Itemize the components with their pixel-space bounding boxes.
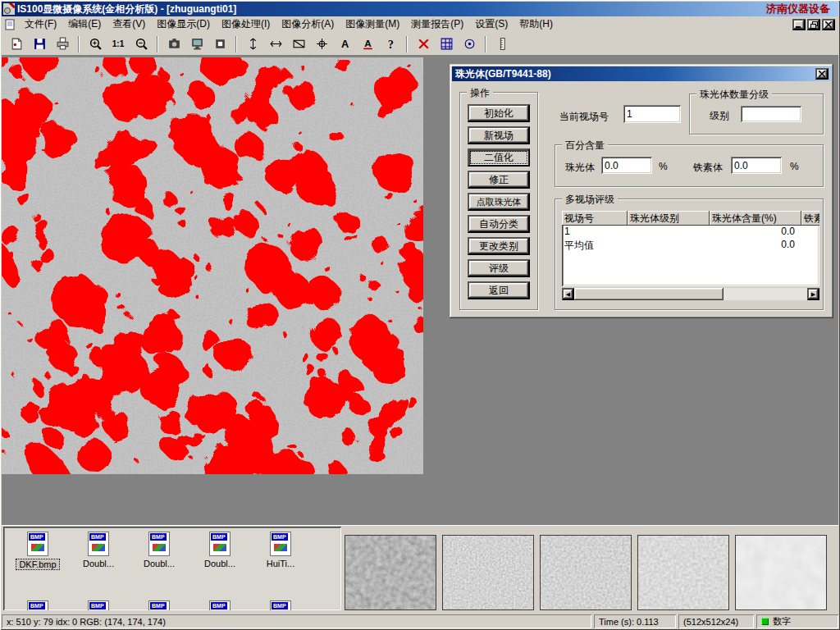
scroll-right-icon[interactable]: ▶ bbox=[807, 288, 819, 300]
grid-icon[interactable] bbox=[436, 34, 457, 54]
menu-settings[interactable]: 设置(S) bbox=[469, 16, 514, 34]
cursor-position-status: x: 510 y: 79 idx: 0 RGB: (174, 174, 174) bbox=[2, 614, 591, 628]
text-underline-icon[interactable]: A bbox=[357, 34, 378, 54]
print-icon[interactable] bbox=[52, 34, 73, 54]
file-item[interactable]: BMP HuiTi... bbox=[251, 532, 310, 568]
menu-image-analysis[interactable]: 图像分析(A) bbox=[276, 16, 340, 34]
col-field-number[interactable]: 视场号 bbox=[562, 211, 628, 226]
help-icon[interactable]: ? bbox=[380, 34, 401, 54]
time-status: Time (s): 0.113 bbox=[594, 614, 676, 628]
capture-icon[interactable] bbox=[209, 34, 231, 54]
col-pearlite-grade[interactable]: 珠光体级别 bbox=[628, 211, 710, 226]
dialog-title-bar[interactable]: 珠光体(GB/T9441-88) bbox=[452, 66, 831, 81]
ferrite-percent-sign: % bbox=[790, 161, 799, 172]
monitor-icon[interactable] bbox=[186, 34, 208, 54]
file-label: Doubl... bbox=[80, 559, 116, 568]
menu-file[interactable]: 文件(F) bbox=[19, 16, 62, 34]
caliper-vertical-icon[interactable] bbox=[242, 34, 263, 54]
init-button[interactable]: 初始化 bbox=[468, 104, 530, 122]
new-field-button[interactable]: 新视场 bbox=[468, 126, 530, 144]
file-item[interactable]: BMP bbox=[8, 600, 67, 610]
table-row[interactable]: 1 0.0 bbox=[562, 226, 819, 239]
file-label: DKF.bmp bbox=[16, 559, 59, 570]
percent-group: 百分含量 珠光体 % 铁素体 % bbox=[555, 144, 824, 187]
menu-report[interactable]: 测量报告(P) bbox=[405, 16, 469, 34]
binarize-button[interactable]: 二值化 bbox=[468, 148, 530, 167]
cut-icon[interactable] bbox=[413, 34, 434, 54]
file-item[interactable]: BMP bbox=[69, 600, 128, 610]
bmp-file-icon: BMP bbox=[88, 532, 109, 556]
toolbar-separator bbox=[157, 36, 158, 52]
caliper-horizontal-icon[interactable] bbox=[265, 34, 286, 54]
document-icon[interactable] bbox=[4, 19, 16, 30]
zoom-in-icon[interactable] bbox=[84, 34, 106, 54]
menu-image-display[interactable]: 图像显示(D) bbox=[151, 16, 216, 34]
mdi-restore-button[interactable] bbox=[807, 19, 820, 30]
crosshair-icon[interactable] bbox=[311, 34, 332, 54]
title-bar: IS100显微摄像系统(金相分析版) - [zhuguangti01] 济南仪器… bbox=[2, 2, 838, 16]
thumbnail-image[interactable] bbox=[442, 535, 534, 610]
workspace: 珠光体(GB/T9441-88) 操作 初始化 新视场 二值化 修正 点取珠光体… bbox=[2, 56, 838, 525]
mdi-close-button[interactable] bbox=[822, 19, 835, 30]
scrollbar-track[interactable] bbox=[724, 288, 807, 300]
menu-image-process[interactable]: 图像处理(I) bbox=[216, 16, 276, 34]
table-row[interactable]: 平均值 0.0 bbox=[562, 239, 819, 252]
bmp-file-icon: BMP bbox=[88, 600, 109, 610]
file-item[interactable]: BMP Doubl... bbox=[130, 532, 189, 568]
bmp-file-icon: BMP bbox=[270, 532, 291, 556]
mdi-minimize-button[interactable] bbox=[792, 19, 806, 30]
file-item[interactable]: BMP Doubl... bbox=[190, 532, 249, 568]
save-icon[interactable] bbox=[29, 34, 50, 54]
micrograph-image[interactable] bbox=[2, 57, 423, 474]
svg-text:A: A bbox=[340, 38, 348, 50]
cell-pearlite-content: 0.0 bbox=[710, 226, 801, 239]
menu-help[interactable]: 帮助(H) bbox=[514, 16, 559, 34]
menu-image-measure[interactable]: 图像测量(M) bbox=[340, 16, 405, 34]
thumbnail-image[interactable] bbox=[637, 535, 729, 610]
thumbnail-image[interactable] bbox=[735, 535, 827, 610]
cell-field-number: 1 bbox=[562, 226, 628, 239]
menu-view[interactable]: 查看(V) bbox=[107, 16, 151, 34]
thumbnail-image[interactable] bbox=[345, 535, 436, 610]
thumbnail-image[interactable] bbox=[540, 535, 632, 610]
vendor-watermark: 济南仪器设备 bbox=[766, 2, 838, 16]
file-item[interactable]: BMP DKF.bmp bbox=[8, 532, 67, 570]
open-icon[interactable] bbox=[6, 34, 27, 54]
text-icon[interactable]: A bbox=[334, 34, 355, 54]
file-item[interactable]: BMP Doubl... bbox=[69, 532, 128, 568]
toolbar-separator bbox=[78, 36, 80, 52]
application-window: IS100显微摄像系统(金相分析版) - [zhuguangti01] 济南仪器… bbox=[0, 0, 840, 630]
bmp-file-icon: BMP bbox=[270, 600, 291, 610]
pearlite-percent-input[interactable] bbox=[601, 157, 652, 174]
pearlite-label: 珠光体 bbox=[565, 161, 595, 175]
auto-classify-button[interactable]: 自动分类 bbox=[468, 215, 530, 233]
file-item[interactable]: BMP bbox=[130, 600, 189, 610]
camera-icon[interactable] bbox=[163, 34, 185, 54]
col-ferrite-content[interactable]: 铁素体含量(%) bbox=[801, 211, 819, 226]
scroll-left-icon[interactable]: ◀ bbox=[562, 288, 574, 300]
return-button[interactable]: 返回 bbox=[468, 281, 530, 299]
measure-rect-icon[interactable] bbox=[288, 34, 309, 54]
change-class-button[interactable]: 更改类别 bbox=[468, 237, 530, 255]
rate-button[interactable]: 评级 bbox=[468, 259, 530, 277]
target-icon[interactable] bbox=[459, 34, 480, 54]
cell-pearlite-grade bbox=[628, 226, 710, 239]
bmp-file-icon: BMP bbox=[209, 600, 231, 610]
scrollbar-thumb[interactable] bbox=[574, 288, 724, 300]
dialog-close-button[interactable] bbox=[815, 68, 829, 80]
grade-input[interactable] bbox=[741, 106, 801, 122]
menu-edit[interactable]: 编辑(E) bbox=[62, 16, 107, 34]
current-field-input[interactable] bbox=[623, 105, 681, 123]
cell-pearlite-content: 0.0 bbox=[710, 239, 801, 252]
file-item[interactable]: BMP bbox=[190, 600, 249, 610]
ruler-icon[interactable] bbox=[491, 34, 513, 54]
ferrite-percent-input[interactable] bbox=[731, 157, 782, 174]
file-list: BMP DKF.bmp BMP Doubl... BMP Doubl... BM… bbox=[3, 527, 341, 610]
actual-size-icon[interactable]: 1:1 bbox=[107, 34, 129, 54]
col-pearlite-content[interactable]: 珠光体含量(%) bbox=[710, 211, 801, 226]
file-item[interactable]: BMP bbox=[251, 600, 310, 610]
pearlite-percent-sign: % bbox=[659, 161, 668, 172]
correct-button[interactable]: 修正 bbox=[468, 171, 530, 189]
pick-pearlite-button[interactable]: 点取珠光体 bbox=[468, 193, 530, 211]
zoom-out-icon[interactable] bbox=[130, 34, 152, 54]
